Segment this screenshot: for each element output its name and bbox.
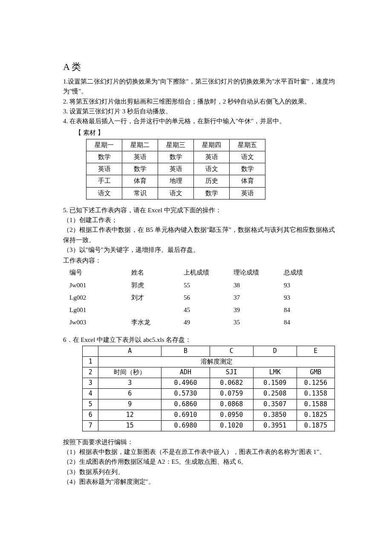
item-6-lead: 6．在 Excel 中建立下表并以 abc5.xls 名存盘： bbox=[63, 335, 335, 345]
cell: 0.0759 bbox=[210, 388, 253, 399]
table-row: 7 15 0.6980 0.1020 0.3951 0.1875 bbox=[83, 420, 335, 431]
cell: 数学 bbox=[86, 151, 122, 163]
cell: 历史 bbox=[194, 175, 230, 187]
cell: 12 bbox=[98, 410, 161, 420]
cell: 星期四 bbox=[194, 139, 230, 151]
cell: A bbox=[98, 346, 161, 356]
cell: 语文 bbox=[158, 187, 194, 199]
cell: 体育 bbox=[230, 175, 265, 187]
table-row: 手工 体育 地理 历史 体育 bbox=[86, 175, 265, 187]
cell: 3 bbox=[98, 378, 161, 388]
cell: 编号 bbox=[69, 266, 131, 279]
cell: 总成绩 bbox=[284, 266, 321, 279]
table-row: Lg002 刘才 56 37 93 bbox=[69, 292, 321, 304]
cell: 55 bbox=[184, 279, 233, 292]
cell: 0.4960 bbox=[161, 378, 210, 388]
schedule-table: 星期一 星期二 星期三 星期四 星期五 数学 英语 数学 英语 语文 英语 数学… bbox=[86, 139, 265, 199]
worksheet-label: 工作表内容： bbox=[63, 256, 335, 266]
cell: 英语 bbox=[230, 187, 265, 199]
cell: 1 bbox=[83, 356, 98, 367]
cell: 0.5730 bbox=[161, 388, 210, 399]
cell: 0.0950 bbox=[210, 410, 253, 420]
table-row: 6 12 0.6910 0.0950 0.3850 0.1825 bbox=[83, 410, 335, 420]
item-6-edit-lead: 按照下面要求进行编辑： bbox=[63, 437, 335, 447]
cell: 语文 bbox=[230, 151, 265, 163]
cell: 0.1509 bbox=[253, 378, 297, 388]
cell: 37 bbox=[233, 292, 284, 304]
item-6-sub4: （4）图表标题为"溶解度测定"。 bbox=[63, 477, 335, 487]
cell: LMK bbox=[253, 367, 297, 378]
cell: 数学 bbox=[158, 151, 194, 163]
cell: 0.3951 bbox=[253, 420, 297, 431]
solubility-table: A B C D E 1 溶解度测定 2 时间（秒） ADH SJI LMK GM… bbox=[82, 346, 335, 431]
cell: 0.1256 bbox=[297, 378, 334, 388]
cell: 84 bbox=[284, 304, 321, 316]
table-row: Jw001 郭虎 55 38 93 bbox=[69, 279, 321, 292]
cell: 语文 bbox=[194, 163, 230, 175]
cell bbox=[131, 304, 184, 316]
section-heading: A 类 bbox=[63, 60, 335, 74]
cell: 0.1825 bbox=[297, 410, 334, 420]
cell: 56 bbox=[184, 292, 233, 304]
cell: Lg001 bbox=[69, 304, 131, 316]
cell: 0.1588 bbox=[297, 399, 334, 410]
item-1: 1.设置第二张幻灯片的切换效果为"向下擦除"，第三张幻灯片的切换效果为"水平百叶… bbox=[63, 77, 335, 97]
cell: 数学 bbox=[230, 163, 265, 175]
cell: 0.6910 bbox=[161, 410, 210, 420]
scores-table: 编号 姓名 上机成绩 理论成绩 总成绩 Jw001 郭虎 55 38 93 Lg… bbox=[69, 266, 321, 329]
cell: 9 bbox=[98, 399, 161, 410]
cell: 6 bbox=[98, 388, 161, 399]
cell: 英语 bbox=[86, 163, 122, 175]
cell: 0.6860 bbox=[161, 399, 210, 410]
table-row: 数学 英语 数学 英语 语文 bbox=[86, 151, 265, 163]
cell: 49 bbox=[184, 316, 233, 329]
cell: 7 bbox=[83, 420, 98, 431]
cell: 0.0868 bbox=[210, 399, 253, 410]
table-row: 4 6 0.5730 0.0759 0.2508 0.1358 bbox=[83, 388, 335, 399]
cell bbox=[83, 346, 98, 356]
material-label: 【 素材 】 bbox=[75, 128, 335, 138]
item-6-sub1: （1）根据表中数据，建立新图表（不是在原工作表中嵌入），图表工作表的名称为"图表… bbox=[63, 447, 335, 457]
cell: 0.1020 bbox=[210, 420, 253, 431]
cell: E bbox=[297, 346, 334, 356]
item-2: 2. 将第五张幻灯片做出剪贴画和三维图形组合；播放时，2 秒钟自动从右侧飞入的效… bbox=[63, 97, 335, 107]
cell: 4 bbox=[83, 388, 98, 399]
item-6-sub3: （3）数据系列在列。 bbox=[63, 467, 335, 477]
cell: 星期一 bbox=[86, 139, 122, 151]
cell: B bbox=[161, 346, 210, 356]
cell: 0.3507 bbox=[253, 399, 297, 410]
item-5-lead: 5. 已知下述工作表内容，请在 Excel 中完成下面的操作： bbox=[63, 205, 335, 215]
table-row: 3 3 0.4960 0.0682 0.1509 0.1256 bbox=[83, 378, 335, 388]
cell: 英语 bbox=[122, 151, 158, 163]
cell: 上机成绩 bbox=[184, 266, 233, 279]
cell: 93 bbox=[284, 279, 321, 292]
cell: SJI bbox=[210, 367, 253, 378]
item-3: 3. 设置第三张幻灯片 3 秒后自动播放。 bbox=[63, 107, 335, 116]
cell: 数学 bbox=[122, 163, 158, 175]
cell: D bbox=[253, 346, 297, 356]
cell: 常识 bbox=[122, 187, 158, 199]
table-row: 5 9 0.6860 0.0868 0.3507 0.1588 bbox=[83, 399, 335, 410]
cell: 理论成绩 bbox=[233, 266, 284, 279]
table-row: 星期一 星期二 星期三 星期四 星期五 bbox=[86, 139, 265, 151]
cell: 姓名 bbox=[131, 266, 184, 279]
table-row: Lg001 45 39 84 bbox=[69, 304, 321, 316]
cell: 0.1875 bbox=[297, 420, 334, 431]
cell: 0.6980 bbox=[161, 420, 210, 431]
cell: GMB bbox=[297, 367, 334, 378]
cell: 郭虎 bbox=[131, 279, 184, 292]
cell: C bbox=[210, 346, 253, 356]
table-row: 编号 姓名 上机成绩 理论成绩 总成绩 bbox=[69, 266, 321, 279]
cell: Lg002 bbox=[69, 292, 131, 304]
item-4: 4. 在表格最后插入一行，合并这行中的单元格，在新行中输入"午休"，并居中。 bbox=[63, 116, 335, 126]
cell: 38 bbox=[233, 279, 284, 292]
cell: 39 bbox=[233, 304, 284, 316]
cell: 84 bbox=[284, 316, 321, 329]
merged-title-cell: 溶解度测定 bbox=[98, 356, 335, 367]
item-6-sub2: （2）生成图表的作用数据区域是 A2：E5。生成散点图、格式 6。 bbox=[63, 457, 335, 467]
cell: 李水龙 bbox=[131, 316, 184, 329]
cell: Jw003 bbox=[69, 316, 131, 329]
item-5-sub2: （2）根据工作表中数据，在 B5 单元格内键入数据"鄢玉萍"，数据格式与该列其它… bbox=[63, 225, 335, 245]
table-row: 2 时间（秒） ADH SJI LMK GMB bbox=[83, 367, 335, 378]
cell: 地理 bbox=[158, 175, 194, 187]
